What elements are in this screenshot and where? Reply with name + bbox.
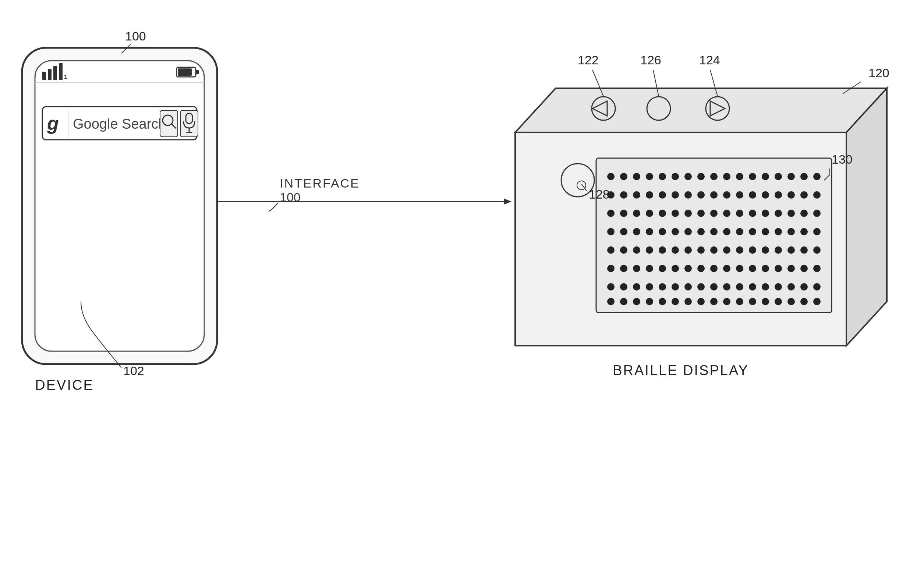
svg-point-145 [697, 283, 705, 290]
svg-point-68 [800, 191, 808, 198]
svg-point-36 [607, 173, 614, 180]
svg-point-158 [646, 298, 653, 305]
svg-point-144 [685, 283, 692, 290]
svg-point-54 [620, 191, 627, 198]
svg-point-150 [762, 283, 769, 290]
svg-point-138 [607, 283, 614, 290]
svg-point-148 [736, 283, 743, 290]
svg-point-127 [685, 265, 692, 272]
svg-point-113 [723, 247, 730, 254]
svg-point-166 [749, 298, 756, 305]
svg-point-71 [620, 210, 627, 217]
svg-rect-15 [160, 110, 178, 137]
svg-point-140 [633, 283, 640, 290]
svg-point-136 [800, 265, 808, 272]
svg-point-46 [736, 173, 743, 180]
svg-point-72 [633, 210, 640, 217]
svg-point-75 [672, 210, 679, 217]
svg-point-37 [620, 173, 627, 180]
svg-rect-10 [178, 68, 192, 76]
svg-point-86 [813, 210, 821, 217]
svg-point-38 [633, 173, 640, 180]
svg-point-77 [697, 210, 705, 217]
svg-point-49 [775, 173, 782, 180]
svg-point-64 [749, 191, 756, 198]
svg-point-50 [787, 173, 795, 180]
svg-point-161 [685, 298, 692, 305]
svg-point-44 [710, 173, 717, 180]
svg-text:₁: ₁ [64, 70, 68, 81]
svg-point-101 [787, 228, 795, 235]
svg-point-126 [672, 265, 679, 272]
svg-point-61 [710, 191, 717, 198]
svg-marker-24 [504, 198, 512, 205]
svg-point-48 [762, 173, 769, 180]
svg-point-59 [685, 191, 692, 198]
svg-point-167 [762, 298, 769, 305]
svg-point-153 [800, 283, 808, 290]
svg-point-85 [800, 210, 808, 217]
svg-rect-9 [196, 70, 199, 74]
svg-point-124 [646, 265, 653, 272]
svg-point-74 [659, 210, 666, 217]
svg-point-83 [775, 210, 782, 217]
interface-ref: 100 [279, 190, 300, 204]
svg-point-88 [620, 228, 627, 235]
ref-122: 122 [578, 53, 599, 67]
svg-point-111 [697, 247, 705, 254]
svg-rect-5 [53, 66, 57, 80]
svg-text:Google Search: Google Search [73, 116, 166, 132]
svg-point-115 [749, 247, 756, 254]
svg-point-155 [607, 298, 614, 305]
svg-point-93 [685, 228, 692, 235]
svg-point-62 [723, 191, 730, 198]
ref-102: 102 [123, 364, 144, 378]
svg-point-96 [723, 228, 730, 235]
svg-point-42 [685, 173, 692, 180]
svg-point-132 [749, 265, 756, 272]
svg-point-39 [646, 173, 653, 180]
svg-marker-27 [846, 88, 887, 346]
svg-point-122 [620, 265, 627, 272]
svg-rect-6 [59, 63, 63, 80]
svg-point-151 [775, 283, 782, 290]
ref-128: 128 [589, 187, 610, 201]
svg-point-103 [813, 228, 821, 235]
svg-point-90 [646, 228, 653, 235]
svg-point-69 [813, 191, 821, 198]
svg-point-164 [723, 298, 730, 305]
ref-100-top: 100 [125, 29, 146, 43]
svg-point-142 [659, 283, 666, 290]
svg-point-147 [723, 283, 730, 290]
svg-point-108 [659, 247, 666, 254]
svg-point-163 [710, 298, 717, 305]
svg-point-107 [646, 247, 653, 254]
device-label: DEVICE [35, 377, 94, 393]
svg-point-52 [813, 173, 821, 180]
svg-rect-3 [42, 72, 46, 80]
ref-124: 124 [699, 53, 720, 67]
svg-point-157 [633, 298, 640, 305]
svg-point-119 [800, 247, 808, 254]
main-diagram-svg: ₁ g Google Search DEVICE 100 102 [0, 0, 924, 577]
svg-point-73 [646, 210, 653, 217]
svg-point-58 [672, 191, 679, 198]
svg-point-99 [762, 228, 769, 235]
braille-display-label: BRAILLE DISPLAY [613, 363, 749, 378]
svg-point-116 [762, 247, 769, 254]
svg-point-100 [775, 228, 782, 235]
ref-126: 126 [640, 53, 661, 67]
svg-point-43 [697, 173, 705, 180]
svg-point-169 [787, 298, 795, 305]
svg-point-156 [620, 298, 627, 305]
svg-point-109 [672, 247, 679, 254]
svg-point-65 [762, 191, 769, 198]
svg-point-67 [787, 191, 795, 198]
svg-point-110 [685, 247, 692, 254]
svg-point-143 [672, 283, 679, 290]
svg-point-91 [659, 228, 666, 235]
svg-point-98 [749, 228, 756, 235]
svg-rect-4 [48, 69, 52, 80]
svg-text:g: g [47, 113, 59, 134]
svg-point-56 [646, 191, 653, 198]
